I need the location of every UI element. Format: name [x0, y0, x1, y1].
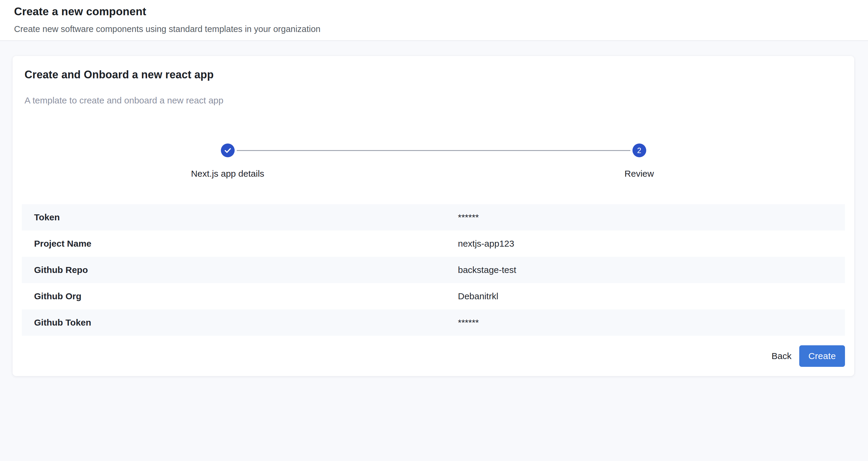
review-row: Github Repo backstage-test: [22, 257, 845, 283]
review-row: Project Name nextjs-app123: [22, 230, 845, 257]
step-label-nextjs-app-details: Next.js app details: [191, 168, 264, 179]
page-subtitle: Create new software components using sta…: [14, 24, 868, 34]
card-subtitle: A template to create and onboard a new r…: [25, 95, 854, 106]
review-row-value: backstage-test: [446, 265, 516, 275]
page-header: Create a new component Create new softwa…: [0, 0, 868, 41]
wizard-actions: Back Create: [22, 345, 845, 367]
step-label-review: Review: [624, 168, 654, 179]
review-row-value: ******: [446, 317, 479, 328]
content-area: Create and Onboard a new react app A tem…: [0, 56, 868, 376]
review-row-label: Token: [22, 212, 446, 222]
step-completed-circle: [221, 144, 235, 157]
stepper: Next.js app details 2 Review: [22, 144, 845, 179]
back-button[interactable]: Back: [764, 345, 799, 367]
review-row-value: Debanitrkl: [446, 291, 498, 301]
review-row-label: Project Name: [22, 239, 446, 249]
review-row: Token ******: [22, 204, 845, 230]
review-row-label: Github Org: [22, 291, 446, 301]
app-root: Create a new component Create new softwa…: [0, 0, 868, 376]
review-row: Github Org Debanitrkl: [22, 283, 845, 309]
review-row: Github Token ******: [22, 309, 845, 336]
step-review: 2 Review: [433, 144, 845, 179]
card-title: Create and Onboard a new react app: [25, 68, 854, 81]
review-table: Token ****** Project Name nextjs-app123 …: [22, 204, 845, 336]
review-row-value: ******: [446, 212, 479, 222]
create-button[interactable]: Create: [799, 345, 845, 367]
template-wizard-card: Create and Onboard a new react app A tem…: [12, 56, 854, 376]
step-nextjs-app-details: Next.js app details: [22, 144, 433, 179]
step-active-circle: 2: [632, 144, 646, 157]
review-row-value: nextjs-app123: [446, 239, 514, 249]
review-row-label: Github Token: [22, 317, 446, 328]
review-row-label: Github Repo: [22, 265, 446, 275]
check-icon: [223, 146, 232, 155]
step-number: 2: [637, 146, 642, 155]
page-title: Create a new component: [14, 5, 868, 19]
